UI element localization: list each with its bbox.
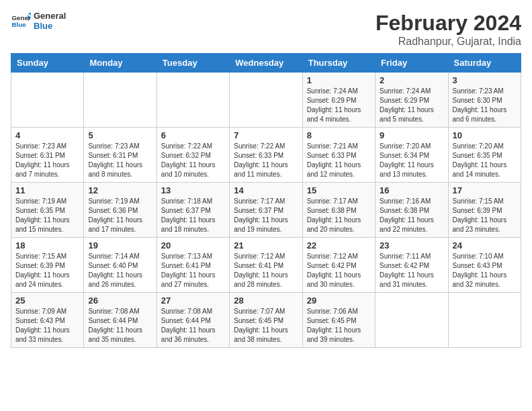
logo-blue: Blue — [34, 21, 66, 31]
day-cell: 20Sunrise: 7:13 AMSunset: 6:41 PMDayligh… — [157, 238, 229, 293]
day-cell: 27Sunrise: 7:08 AMSunset: 6:44 PMDayligh… — [157, 293, 229, 348]
day-info: Sunrise: 7:13 AMSunset: 6:41 PMDaylight:… — [161, 252, 225, 289]
day-cell: 7Sunrise: 7:22 AMSunset: 6:33 PMDaylight… — [230, 128, 302, 183]
day-info: Sunrise: 7:14 AMSunset: 6:40 PMDaylight:… — [88, 252, 152, 289]
day-info: Sunrise: 7:23 AMSunset: 6:31 PMDaylight:… — [88, 142, 152, 179]
day-cell: 16Sunrise: 7:16 AMSunset: 6:38 PMDayligh… — [375, 183, 448, 238]
day-cell — [157, 73, 229, 128]
day-number: 29 — [307, 295, 371, 306]
day-cell: 5Sunrise: 7:23 AMSunset: 6:31 PMDaylight… — [84, 128, 157, 183]
day-number: 3 — [453, 75, 517, 85]
calendar-subtitle: Radhanpur, Gujarat, India — [375, 36, 521, 48]
day-info: Sunrise: 7:17 AMSunset: 6:37 PMDaylight:… — [234, 197, 298, 234]
day-number: 28 — [234, 295, 298, 306]
day-cell: 21Sunrise: 7:12 AMSunset: 6:41 PMDayligh… — [230, 238, 302, 293]
col-header-wednesday: Wednesday — [230, 54, 302, 73]
day-number: 14 — [234, 185, 298, 195]
day-number: 13 — [161, 185, 225, 195]
calendar-title: February 2024 — [375, 11, 521, 36]
day-number: 2 — [380, 75, 443, 85]
day-cell — [375, 293, 448, 348]
day-number: 6 — [161, 130, 225, 140]
day-cell: 24Sunrise: 7:10 AMSunset: 6:43 PMDayligh… — [448, 238, 521, 293]
day-info: Sunrise: 7:19 AMSunset: 6:35 PMDaylight:… — [15, 197, 79, 234]
day-number: 21 — [234, 240, 298, 250]
header: General Blue General Blue February 2024 … — [11, 11, 521, 48]
day-cell — [448, 293, 521, 348]
col-header-thursday: Thursday — [302, 54, 375, 73]
day-info: Sunrise: 7:21 AMSunset: 6:33 PMDaylight:… — [307, 142, 371, 179]
day-cell: 14Sunrise: 7:17 AMSunset: 6:37 PMDayligh… — [230, 183, 302, 238]
day-number: 26 — [88, 295, 152, 306]
day-cell: 3Sunrise: 7:23 AMSunset: 6:30 PMDaylight… — [448, 73, 521, 128]
day-number: 18 — [15, 240, 79, 250]
logo-general: General — [34, 11, 66, 21]
day-cell: 1Sunrise: 7:24 AMSunset: 6:29 PMDaylight… — [302, 73, 375, 128]
col-header-sunday: Sunday — [11, 54, 84, 73]
col-header-monday: Monday — [84, 54, 157, 73]
day-info: Sunrise: 7:20 AMSunset: 6:34 PMDaylight:… — [380, 142, 443, 179]
day-number: 8 — [307, 130, 371, 140]
day-number: 10 — [453, 130, 517, 140]
logo-icon: General Blue — [11, 11, 31, 31]
day-number: 25 — [15, 295, 79, 306]
day-info: Sunrise: 7:08 AMSunset: 6:44 PMDaylight:… — [88, 307, 152, 345]
day-info: Sunrise: 7:23 AMSunset: 6:31 PMDaylight:… — [15, 142, 79, 179]
week-row-4: 18Sunrise: 7:15 AMSunset: 6:39 PMDayligh… — [11, 238, 521, 293]
day-cell: 23Sunrise: 7:11 AMSunset: 6:42 PMDayligh… — [375, 238, 448, 293]
day-cell: 11Sunrise: 7:19 AMSunset: 6:35 PMDayligh… — [11, 183, 84, 238]
day-number: 22 — [307, 240, 371, 250]
day-info: Sunrise: 7:24 AMSunset: 6:29 PMDaylight:… — [307, 87, 371, 124]
col-header-tuesday: Tuesday — [157, 54, 229, 73]
col-header-saturday: Saturday — [448, 54, 521, 73]
day-cell: 15Sunrise: 7:17 AMSunset: 6:38 PMDayligh… — [302, 183, 375, 238]
day-info: Sunrise: 7:08 AMSunset: 6:44 PMDaylight:… — [161, 307, 225, 345]
day-info: Sunrise: 7:22 AMSunset: 6:32 PMDaylight:… — [161, 142, 225, 179]
day-number: 1 — [307, 75, 371, 85]
day-info: Sunrise: 7:15 AMSunset: 6:39 PMDaylight:… — [453, 197, 517, 234]
day-cell: 25Sunrise: 7:09 AMSunset: 6:43 PMDayligh… — [11, 293, 84, 348]
day-cell: 9Sunrise: 7:20 AMSunset: 6:34 PMDaylight… — [375, 128, 448, 183]
day-cell — [230, 73, 302, 128]
day-cell: 18Sunrise: 7:15 AMSunset: 6:39 PMDayligh… — [11, 238, 84, 293]
logo: General Blue General Blue — [11, 11, 66, 31]
day-cell: 29Sunrise: 7:06 AMSunset: 6:45 PMDayligh… — [302, 293, 375, 348]
day-info: Sunrise: 7:07 AMSunset: 6:45 PMDaylight:… — [234, 307, 298, 345]
day-info: Sunrise: 7:17 AMSunset: 6:38 PMDaylight:… — [307, 197, 371, 234]
day-info: Sunrise: 7:09 AMSunset: 6:43 PMDaylight:… — [15, 307, 79, 345]
day-cell: 8Sunrise: 7:21 AMSunset: 6:33 PMDaylight… — [302, 128, 375, 183]
day-number: 7 — [234, 130, 298, 140]
day-cell: 13Sunrise: 7:18 AMSunset: 6:37 PMDayligh… — [157, 183, 229, 238]
day-number: 27 — [161, 295, 225, 306]
day-info: Sunrise: 7:23 AMSunset: 6:30 PMDaylight:… — [453, 87, 517, 124]
day-cell: 28Sunrise: 7:07 AMSunset: 6:45 PMDayligh… — [230, 293, 302, 348]
day-info: Sunrise: 7:06 AMSunset: 6:45 PMDaylight:… — [307, 307, 371, 345]
day-info: Sunrise: 7:22 AMSunset: 6:33 PMDaylight:… — [234, 142, 298, 179]
day-number: 16 — [380, 185, 443, 195]
day-info: Sunrise: 7:18 AMSunset: 6:37 PMDaylight:… — [161, 197, 225, 234]
day-info: Sunrise: 7:16 AMSunset: 6:38 PMDaylight:… — [380, 197, 443, 234]
day-cell: 2Sunrise: 7:24 AMSunset: 6:29 PMDaylight… — [375, 73, 448, 128]
day-info: Sunrise: 7:12 AMSunset: 6:41 PMDaylight:… — [234, 252, 298, 289]
day-number: 12 — [88, 185, 152, 195]
day-cell: 26Sunrise: 7:08 AMSunset: 6:44 PMDayligh… — [84, 293, 157, 348]
day-number: 19 — [88, 240, 152, 250]
day-number: 15 — [307, 185, 371, 195]
day-cell: 19Sunrise: 7:14 AMSunset: 6:40 PMDayligh… — [84, 238, 157, 293]
day-info: Sunrise: 7:11 AMSunset: 6:42 PMDaylight:… — [380, 252, 443, 289]
col-header-friday: Friday — [375, 54, 448, 73]
day-cell — [11, 73, 84, 128]
day-number: 4 — [15, 130, 79, 140]
day-cell: 4Sunrise: 7:23 AMSunset: 6:31 PMDaylight… — [11, 128, 84, 183]
week-row-1: 1Sunrise: 7:24 AMSunset: 6:29 PMDaylight… — [11, 73, 521, 128]
day-info: Sunrise: 7:24 AMSunset: 6:29 PMDaylight:… — [380, 87, 443, 124]
day-number: 20 — [161, 240, 225, 250]
day-cell — [84, 73, 157, 128]
day-cell: 6Sunrise: 7:22 AMSunset: 6:32 PMDaylight… — [157, 128, 229, 183]
svg-text:Blue: Blue — [12, 21, 27, 28]
day-number: 5 — [88, 130, 152, 140]
day-number: 17 — [453, 185, 517, 195]
day-cell: 10Sunrise: 7:20 AMSunset: 6:35 PMDayligh… — [448, 128, 521, 183]
title-area: February 2024 Radhanpur, Gujarat, India — [375, 11, 521, 48]
calendar-table: SundayMondayTuesdayWednesdayThursdayFrid… — [11, 53, 521, 348]
